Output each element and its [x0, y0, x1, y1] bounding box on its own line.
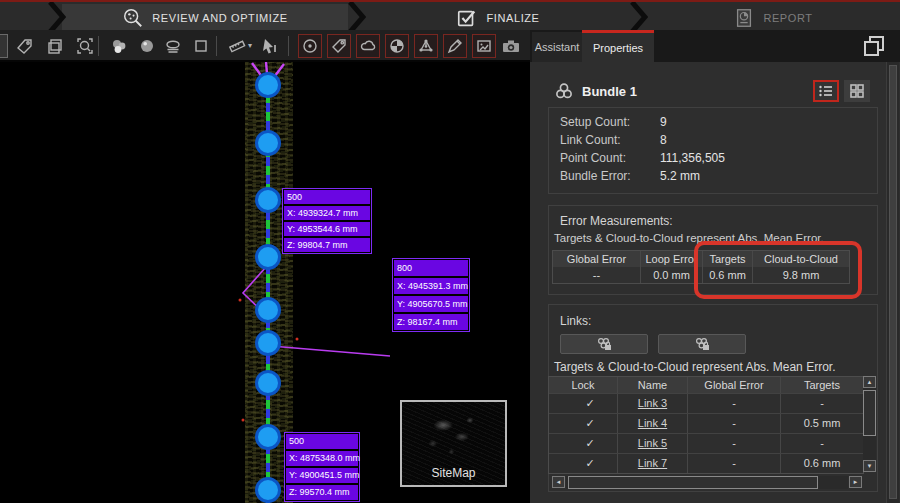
clipping-box-button[interactable] — [190, 35, 212, 57]
workflow-step-review-and-optimize[interactable]: REVIEW AND OPTIMIZE — [62, 4, 348, 32]
scan-viewport[interactable]: 500 X: 4939324.7 mm Y: 4953544.6 mm Z: 9… — [0, 62, 530, 503]
scroll-left-button[interactable]: ◄ — [552, 476, 565, 488]
links-note: Targets & Cloud-to-Cloud represent Abs. … — [554, 360, 835, 374]
toolbar-divider — [216, 36, 217, 56]
scroll-up-button[interactable]: ▲ — [863, 376, 876, 388]
scan-z: Z: 99804.7 mm — [284, 238, 370, 252]
tab-properties[interactable]: Properties — [582, 30, 654, 62]
measure-dropdown-caret-icon[interactable]: ▾ — [248, 41, 252, 50]
show-spheres-toggle[interactable] — [385, 34, 409, 58]
lock-checkmark[interactable]: ✓ — [549, 414, 618, 433]
zoom-selection-button[interactable] — [74, 35, 96, 57]
workflow-step-label: FINALIZE — [486, 12, 539, 24]
review-magnifier-icon — [122, 7, 144, 29]
link-name[interactable]: Link 5 — [638, 437, 667, 449]
show-targets-toggle[interactable] — [298, 34, 322, 58]
scan-position-marker[interactable] — [255, 424, 281, 450]
workflow-chevron-divider — [348, 2, 366, 32]
scan-coordinate-label: 800 X: 4945391.3 mm Y: 4905670.5 mm Z: 9… — [392, 258, 470, 332]
scan-id: 500 — [286, 434, 358, 449]
error-col-header: Global Error — [553, 251, 641, 267]
workflow-chevron-divider — [630, 2, 648, 32]
tab-assistant[interactable]: Assistant — [532, 32, 582, 62]
property-value: 111,356,505 — [660, 151, 725, 165]
scan-coordinate-label: 500 X: 4875348.0 mm Y: 4900451.5 mm Z: 9… — [284, 432, 360, 502]
link-row[interactable]: ✓ Link 5 - - — [549, 433, 863, 453]
toolbar-divider — [288, 36, 289, 56]
property-label: Point Count: — [560, 151, 626, 165]
vertical-scroll-thumb[interactable] — [863, 390, 876, 436]
property-label: Setup Count: — [560, 115, 630, 129]
list-view-toggle-button[interactable] — [813, 80, 839, 102]
link-global-error: - — [688, 434, 781, 453]
show-network-toggle[interactable] — [414, 34, 438, 58]
links-table: Lock Name Global Error Targets ✓ Link 3 … — [548, 376, 864, 474]
pointer-select-button[interactable] — [258, 35, 280, 57]
property-label: Bundle Error: — [560, 169, 631, 183]
properties-panel: Bundle 1 Setup Count: 9 Link Count: 8 Po… — [530, 62, 900, 503]
scroll-right-button[interactable]: ► — [849, 476, 862, 488]
property-label: Link Count: — [560, 133, 621, 147]
scan-y: Y: 4953544.6 mm — [284, 222, 370, 236]
link-row[interactable]: ✓ Link 4 - 0.5 mm — [549, 413, 863, 433]
workflow-step-report[interactable]: REPORT — [646, 4, 900, 32]
links-col-header[interactable]: Name — [618, 377, 688, 393]
link-row[interactable]: ✓ Link 7 - 0.6 mm — [549, 453, 863, 473]
link-name[interactable]: Link 4 — [638, 417, 667, 429]
sphere-object-button[interactable] — [136, 35, 158, 57]
lock-checkmark[interactable]: ✓ — [549, 454, 618, 473]
link-name[interactable]: Link 7 — [638, 457, 667, 469]
scan-x: X: 4939324.7 mm — [284, 206, 370, 220]
link-name[interactable]: Link 3 — [638, 397, 667, 409]
bundle-title: Bundle 1 — [582, 84, 637, 99]
scan-position-marker[interactable] — [255, 244, 281, 270]
scan-id: 500 — [284, 190, 370, 204]
scan-position-marker[interactable] — [255, 330, 281, 356]
undock-panel-icon[interactable] — [862, 34, 886, 58]
left-edge-partial-button[interactable] — [0, 34, 8, 58]
unlock-links-button[interactable] — [658, 334, 746, 354]
horizontal-scroll-thumb[interactable] — [568, 476, 818, 489]
links-col-header[interactable]: Global Error — [688, 377, 781, 393]
bundle-icon — [554, 81, 574, 104]
scan-position-marker[interactable] — [255, 187, 281, 213]
scan-coordinate-label: 500 X: 4939324.7 mm Y: 4953544.6 mm Z: 9… — [282, 188, 372, 254]
scan-position-marker[interactable] — [255, 370, 281, 396]
lock-links-button[interactable] — [560, 334, 648, 354]
scan-position-marker[interactable] — [255, 72, 281, 98]
screenshot-camera-button[interactable] — [500, 35, 522, 57]
links-col-header[interactable]: Lock — [549, 377, 618, 393]
property-value: 9 — [660, 115, 667, 129]
finalize-checkbox-icon — [456, 7, 478, 29]
point-cloud-layers-button[interactable] — [162, 35, 184, 57]
show-labels-toggle[interactable] — [327, 34, 351, 58]
measure-ruler-button[interactable]: ▾ — [226, 35, 248, 57]
sitemap-minimap[interactable]: SiteMap — [400, 400, 507, 487]
show-point-clouds-toggle[interactable] — [356, 34, 380, 58]
show-images-toggle[interactable] — [472, 34, 496, 58]
panel-scroll-thumb[interactable] — [889, 65, 897, 499]
link-global-error: - — [688, 414, 781, 433]
workflow-chevron-divider — [48, 2, 66, 32]
lock-checkmark[interactable]: ✓ — [549, 394, 618, 413]
scan-position-marker[interactable] — [255, 297, 281, 323]
scan-z: Z: 99570.4 mm — [286, 485, 358, 500]
scan-y: Y: 4905670.5 mm — [394, 296, 468, 312]
workflow-step-finalize[interactable]: FINALIZE — [366, 4, 630, 32]
property-value: 8 — [660, 133, 667, 147]
annotate-tag-tool-button[interactable] — [14, 35, 36, 57]
scan-position-marker[interactable] — [255, 477, 281, 503]
links-col-header[interactable]: Targets — [781, 377, 863, 393]
link-row[interactable]: ✓ Link 3 - - — [549, 393, 863, 413]
grid-view-toggle-button[interactable] — [844, 80, 870, 102]
layout-views-button[interactable] — [44, 35, 66, 57]
scroll-down-button[interactable]: ▼ — [863, 460, 876, 472]
lock-checkmark[interactable]: ✓ — [549, 434, 618, 453]
scan-position-marker[interactable] — [255, 130, 281, 156]
panel-scrollbar[interactable] — [886, 62, 899, 503]
scan-points-cluster-button[interactable] — [108, 35, 130, 57]
workflow-step-label: REVIEW AND OPTIMIZE — [152, 12, 287, 24]
toolbar-divider — [98, 36, 99, 56]
scan-y: Y: 4900451.5 mm — [286, 468, 358, 483]
show-links-toggle[interactable] — [443, 34, 467, 58]
